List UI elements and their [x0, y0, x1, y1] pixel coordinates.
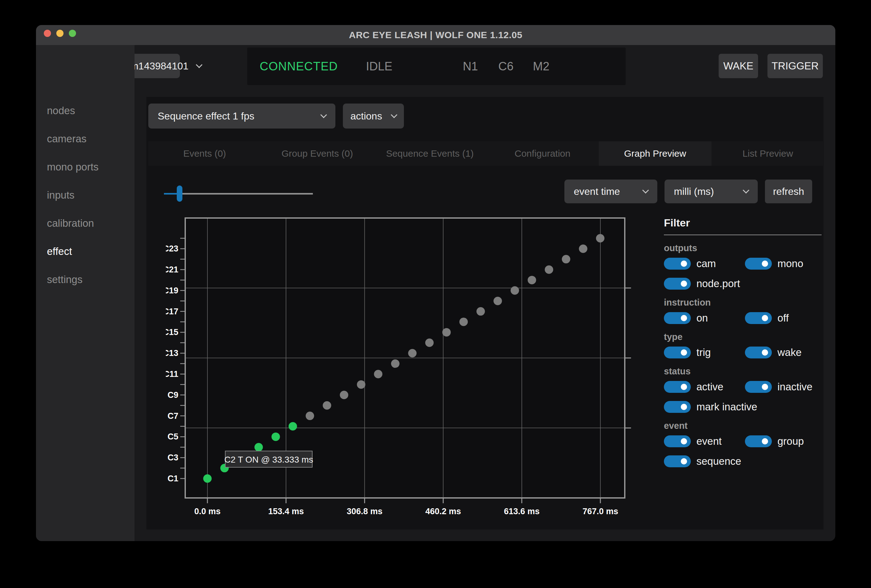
sidebar-item-mono-ports[interactable]: mono ports [36, 153, 135, 181]
chevron-down-icon [196, 61, 202, 68]
filter-toggle-label: sequence [696, 455, 741, 467]
x-axis-mode-select[interactable]: event time [564, 180, 657, 203]
filter-toggle-on[interactable]: on [664, 312, 745, 324]
app-window: ARC EYE LEASH | WOLF ONE 1.12.05 /dev/cu… [36, 25, 835, 541]
toggle-switch-icon[interactable] [664, 258, 691, 269]
event-dot-C18[interactable] [493, 297, 502, 305]
toggle-switch-icon[interactable] [664, 312, 691, 324]
event-dot-C24[interactable] [596, 234, 605, 242]
zoom-slider-track[interactable] [164, 193, 313, 195]
filter-toggle-label: active [696, 381, 723, 393]
tab-graph-preview[interactable]: Graph Preview [599, 141, 711, 166]
toggle-switch-icon[interactable] [664, 347, 691, 358]
y-tick-label: C19 [166, 286, 178, 295]
filter-toggle-group[interactable]: group [745, 435, 822, 447]
toggle-switch-icon[interactable] [745, 258, 772, 269]
event-dot-C21[interactable] [545, 266, 553, 274]
chevron-down-icon [391, 111, 397, 118]
filter-toggle-node.port[interactable]: node.port [664, 278, 745, 290]
sequence-effect-value: Sequence effect 1 fps [158, 111, 254, 122]
filter-group-status: activeinactivemark inactive [664, 381, 822, 413]
event-dot-C23[interactable] [579, 245, 587, 253]
event-dot-C4[interactable] [254, 443, 263, 451]
filter-toggle-trig[interactable]: trig [664, 347, 745, 358]
event-dot-C7[interactable] [306, 411, 314, 420]
sidebar-item-effect[interactable]: effect [36, 237, 135, 266]
tab-events-0[interactable]: Events (0) [148, 141, 261, 166]
time-unit-select[interactable]: milli (ms) [664, 180, 758, 203]
sidebar-item-cameras[interactable]: cameras [36, 125, 135, 153]
toggle-switch-icon[interactable] [745, 435, 772, 447]
event-dot-C19[interactable] [510, 286, 519, 295]
filter-toggle-event[interactable]: event [664, 435, 745, 447]
event-dot-C17[interactable] [476, 307, 485, 316]
event-dot-C22[interactable] [562, 255, 570, 263]
toggle-switch-icon[interactable] [745, 312, 772, 324]
tab-configuration[interactable]: Configuration [486, 141, 599, 166]
toggle-switch-icon[interactable] [664, 455, 691, 467]
wake-button[interactable]: WAKE [718, 54, 758, 78]
effect-tabs: Events (0)Group Events (0)Sequence Event… [148, 141, 824, 166]
filter-divider [664, 235, 822, 235]
y-tick-label: C7 [168, 411, 178, 421]
filter-toggle-mark-inactive[interactable]: mark inactive [664, 401, 745, 413]
window-title: ARC EYE LEASH | WOLF ONE 1.12.05 [36, 25, 835, 45]
filter-toggle-label: cam [696, 258, 716, 269]
y-tick-label: C1 [168, 474, 178, 483]
event-dot-C8[interactable] [323, 401, 331, 410]
event-dot-C12[interactable] [391, 359, 400, 368]
status-badge: M2 [533, 60, 549, 73]
filter-toggle-off[interactable]: off [745, 312, 822, 324]
zoom-slider-thumb[interactable] [177, 186, 183, 202]
toggle-switch-icon[interactable] [745, 347, 772, 358]
zoom-slider-fill [164, 193, 178, 195]
filter-toggle-label: off [777, 312, 789, 324]
event-dot-C1[interactable] [204, 474, 212, 483]
event-dot-C9[interactable] [340, 391, 348, 399]
event-dot-C13[interactable] [408, 349, 417, 358]
filter-group-label-outputs: outputs [664, 243, 822, 253]
filter-group-label-event: event [664, 420, 822, 431]
filter-toggle-active[interactable]: active [664, 381, 745, 393]
actions-select[interactable]: actions [343, 103, 404, 129]
sequence-graph: 0.0 ms153.4 ms306.8 ms460.2 ms613.6 ms76… [166, 216, 638, 538]
event-dot-C14[interactable] [425, 338, 434, 347]
tab-sequence-events-1[interactable]: Sequence Events (1) [374, 141, 486, 166]
y-tick-label: C9 [168, 391, 178, 400]
filter-toggle-wake[interactable]: wake [745, 347, 822, 358]
y-tick-label: C23 [166, 244, 178, 253]
sidebar-item-calibration[interactable]: calibration [36, 209, 135, 237]
filter-toggle-mono[interactable]: mono [745, 258, 822, 269]
sidebar-item-settings[interactable]: settings [36, 266, 135, 294]
event-dot-C10[interactable] [357, 380, 365, 389]
chevron-down-icon [642, 187, 649, 193]
trigger-button[interactable]: TRIGGER [768, 54, 823, 78]
toggle-switch-icon[interactable] [745, 381, 772, 393]
event-dot-C5[interactable] [272, 432, 280, 441]
event-dot-C11[interactable] [374, 370, 382, 379]
chevron-down-icon [743, 187, 749, 193]
event-dot-C6[interactable] [289, 422, 297, 431]
event-dot-C16[interactable] [459, 318, 468, 326]
filter-group-event: eventgroupsequence [664, 435, 822, 467]
sidebar-item-inputs[interactable]: inputs [36, 181, 135, 209]
y-tick-label: C11 [166, 370, 178, 379]
filter-toggle-inactive[interactable]: inactive [745, 381, 822, 393]
filter-toggle-sequence[interactable]: sequence [664, 455, 745, 467]
filter-toggle-label: mark inactive [696, 401, 757, 413]
toggle-switch-icon[interactable] [664, 435, 691, 447]
filter-panel: Filter outputscammononode.portinstructio… [664, 217, 822, 467]
event-dot-C15[interactable] [442, 328, 451, 337]
sequence-effect-select[interactable]: Sequence effect 1 fps [148, 103, 335, 129]
y-tick-label: C3 [168, 453, 178, 462]
tab-group-events-0[interactable]: Group Events (0) [261, 141, 374, 166]
sidebar-item-nodes[interactable]: nodes [36, 97, 135, 125]
toggle-switch-icon[interactable] [664, 381, 691, 393]
toggle-switch-icon[interactable] [664, 401, 691, 413]
filter-group-label-status: status [664, 366, 822, 377]
refresh-button[interactable]: refresh [765, 180, 812, 203]
event-dot-C20[interactable] [528, 276, 536, 284]
toggle-switch-icon[interactable] [664, 278, 691, 290]
filter-toggle-cam[interactable]: cam [664, 258, 745, 269]
tab-list-preview[interactable]: List Preview [711, 141, 824, 166]
